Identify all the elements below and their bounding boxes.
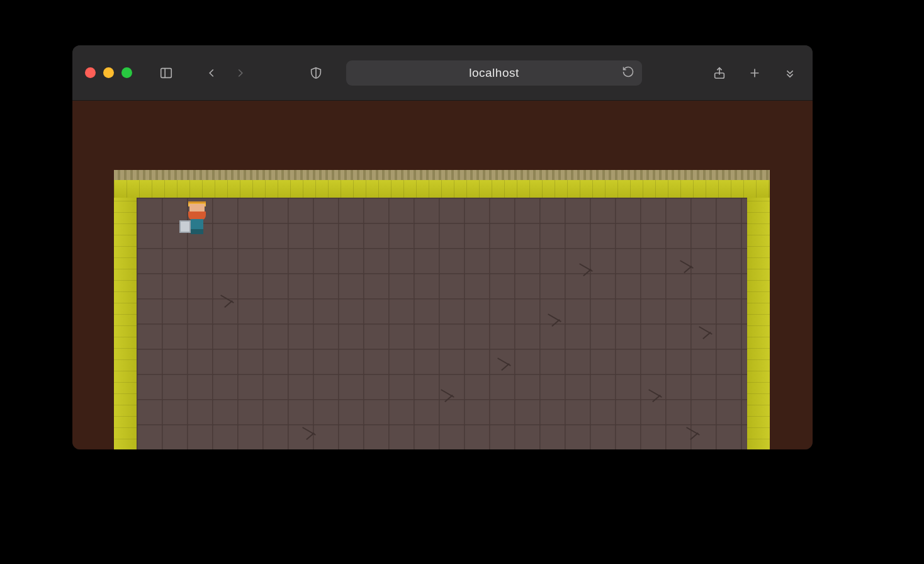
floor-crack	[546, 311, 565, 330]
floor-crack	[218, 292, 237, 311]
maximize-window-button[interactable]	[121, 67, 132, 78]
floor-crack	[577, 261, 596, 279]
reload-icon[interactable]	[622, 65, 634, 81]
back-icon[interactable]	[201, 63, 222, 83]
floor-crack	[439, 386, 458, 405]
toolbar-right	[709, 63, 800, 83]
browser-toolbar: localhost	[72, 45, 813, 101]
player-sprite[interactable]	[179, 203, 212, 235]
floor-crack	[495, 355, 514, 374]
window-controls	[85, 67, 132, 78]
address-bar[interactable]: localhost	[346, 60, 642, 86]
tabs-overflow-icon[interactable]	[780, 63, 800, 83]
browser-window: localhost	[72, 45, 813, 449]
chest-sprite	[179, 220, 191, 233]
close-window-button[interactable]	[85, 67, 96, 78]
dungeon-floor	[137, 198, 747, 449]
wall-top	[114, 180, 770, 198]
share-icon[interactable]	[709, 63, 730, 83]
floor-crack	[646, 386, 665, 405]
game-viewport[interactable]	[114, 170, 770, 449]
new-tab-icon[interactable]	[745, 63, 765, 83]
svg-rect-0	[161, 68, 172, 77]
player-legs	[191, 229, 203, 234]
sidebar-toggle-icon[interactable]	[156, 63, 176, 83]
player-body	[191, 219, 203, 229]
wall-left	[114, 198, 137, 449]
minimize-window-button[interactable]	[103, 67, 114, 78]
floor-crack	[300, 424, 319, 443]
forward-icon[interactable]	[230, 63, 251, 83]
page-content	[72, 101, 813, 449]
floor-crack	[678, 257, 697, 276]
shield-privacy-icon[interactable]	[306, 63, 326, 83]
floor-crack	[684, 424, 703, 443]
wall-right	[747, 198, 770, 449]
wall-top-edge	[114, 170, 770, 180]
floor-crack	[697, 324, 716, 342]
address-text: localhost	[469, 66, 519, 80]
